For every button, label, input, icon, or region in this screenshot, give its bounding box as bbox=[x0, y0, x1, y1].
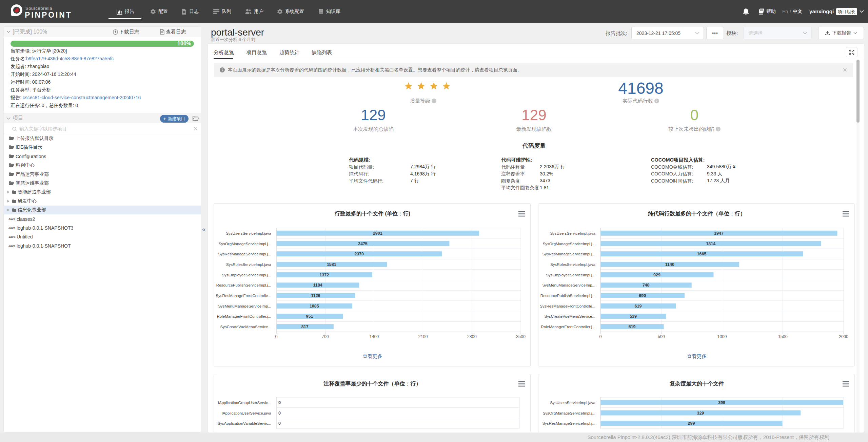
svg-text:RoleManagerFrontController.j..: RoleManagerFrontController.j... bbox=[541, 325, 595, 329]
svg-text:519: 519 bbox=[629, 324, 636, 329]
svg-text:SysResManageFrontControlle...: SysResManageFrontControlle... bbox=[216, 294, 271, 298]
svg-text:299: 299 bbox=[688, 421, 695, 426]
svg-text:SysEmployeeServiceImpl.j...: SysEmployeeServiceImpl.j... bbox=[546, 273, 595, 277]
svg-text:690: 690 bbox=[639, 293, 646, 298]
svg-text:RoleManagerFrontController.j..: RoleManagerFrontController.j... bbox=[217, 314, 271, 318]
svg-text:IApplicationGroupUserServic...: IApplicationGroupUserServic... bbox=[218, 401, 271, 405]
svg-text:1372: 1372 bbox=[319, 273, 329, 277]
svg-text:1184: 1184 bbox=[313, 283, 322, 288]
svg-text:1000: 1000 bbox=[717, 334, 727, 339]
svg-text:1400: 1400 bbox=[369, 334, 379, 339]
svg-text:1126: 1126 bbox=[311, 293, 320, 298]
svg-text:1581: 1581 bbox=[327, 262, 336, 267]
svg-text:0: 0 bbox=[278, 411, 281, 416]
svg-text:1140: 1140 bbox=[665, 262, 674, 267]
svg-text:619: 619 bbox=[635, 304, 642, 309]
svg-text:SysRolesServiceImpl.java: SysRolesServiceImpl.java bbox=[550, 262, 596, 267]
svg-text:0: 0 bbox=[278, 400, 281, 405]
svg-text:0: 0 bbox=[275, 334, 278, 339]
svg-text:700: 700 bbox=[322, 334, 329, 339]
svg-text:399: 399 bbox=[718, 400, 725, 405]
svg-text:SysCreateVueMenuService...: SysCreateVueMenuService... bbox=[545, 314, 595, 318]
svg-text:951: 951 bbox=[306, 314, 313, 319]
svg-text:SysMenuManageServiceImp...: SysMenuManageServiceImp... bbox=[542, 283, 595, 287]
svg-text:SysResManageServiceImpl.j...: SysResManageServiceImpl.j... bbox=[542, 421, 595, 425]
svg-text:1814: 1814 bbox=[706, 241, 715, 246]
svg-text:IApplicationUserService.java: IApplicationUserService.java bbox=[222, 411, 272, 415]
svg-text:SysUsersServiceImpl.java: SysUsersServiceImpl.java bbox=[226, 231, 271, 235]
svg-text:查看更多: 查看更多 bbox=[363, 354, 382, 359]
svg-text:查看更多: 查看更多 bbox=[687, 354, 707, 359]
svg-text:注释覆盖率最少的十个文件（单位：行）: 注释覆盖率最少的十个文件（单位：行） bbox=[323, 380, 421, 387]
svg-text:2100: 2100 bbox=[418, 334, 428, 339]
svg-text:ResourcePublishServiceImpl.j..: ResourcePublishServiceImpl.j... bbox=[216, 283, 271, 287]
svg-text:SysMenuManageServiceImp...: SysMenuManageServiceImp... bbox=[218, 304, 271, 308]
svg-text:复杂度最大的十个文件: 复杂度最大的十个文件 bbox=[669, 380, 724, 386]
svg-text:2370: 2370 bbox=[354, 252, 364, 256]
svg-text:SysUsersServiceImpl.java: SysUsersServiceImpl.java bbox=[550, 401, 595, 405]
svg-text:0: 0 bbox=[599, 334, 602, 339]
svg-text:3500: 3500 bbox=[516, 334, 526, 339]
svg-text:929: 929 bbox=[653, 273, 660, 277]
svg-text:1085: 1085 bbox=[310, 304, 319, 309]
svg-text:ISysApplicationVariableServic.: ISysApplicationVariableServic... bbox=[217, 421, 272, 425]
svg-text:2475: 2475 bbox=[358, 241, 368, 246]
svg-text:748: 748 bbox=[643, 283, 650, 288]
svg-text:SysResManageServiceImpl.j...: SysResManageServiceImpl.j... bbox=[542, 252, 595, 256]
svg-text:1947: 1947 bbox=[714, 231, 724, 236]
svg-text:SysOrgManageServiceImpl.j...: SysOrgManageServiceImpl.j... bbox=[219, 242, 271, 246]
svg-text:SysUsersServiceImpl.java: SysUsersServiceImpl.java bbox=[550, 231, 595, 235]
svg-text:2901: 2901 bbox=[373, 231, 382, 236]
svg-text:SysEmployeeServiceImpl.j...: SysEmployeeServiceImpl.j... bbox=[222, 273, 271, 277]
svg-text:SysOrgManageServiceImpl.j...: SysOrgManageServiceImpl.j... bbox=[543, 411, 595, 415]
svg-text:纯代码行数最多的十个文件（单位：行）: 纯代码行数最多的十个文件（单位：行） bbox=[648, 210, 746, 217]
svg-text:329: 329 bbox=[697, 411, 704, 416]
svg-text:行数最多的十个文件 (单位：行): 行数最多的十个文件 (单位：行) bbox=[334, 210, 410, 216]
svg-text:SysCreateVueMenuService...: SysCreateVueMenuService... bbox=[220, 325, 271, 329]
svg-text:0: 0 bbox=[278, 421, 281, 426]
svg-text:SysRolesServiceImpl.java: SysRolesServiceImpl.java bbox=[226, 262, 272, 267]
svg-text:2800: 2800 bbox=[467, 334, 477, 339]
svg-text:500: 500 bbox=[658, 334, 665, 339]
svg-text:SysOrgManageServiceImpl.j...: SysOrgManageServiceImpl.j... bbox=[543, 242, 595, 246]
svg-text:1500: 1500 bbox=[778, 334, 788, 339]
svg-text:817: 817 bbox=[301, 324, 309, 329]
svg-text:2000: 2000 bbox=[839, 334, 848, 339]
svg-text:1665: 1665 bbox=[697, 252, 707, 256]
svg-text:SysResManageFrontControlle...: SysResManageFrontControlle... bbox=[540, 304, 595, 308]
svg-text:539: 539 bbox=[630, 314, 637, 319]
svg-text:SysResManageServiceImpl.j...: SysResManageServiceImpl.j... bbox=[218, 252, 271, 256]
svg-text:ResourcePublishServiceImpl.j..: ResourcePublishServiceImpl.j... bbox=[540, 294, 595, 298]
